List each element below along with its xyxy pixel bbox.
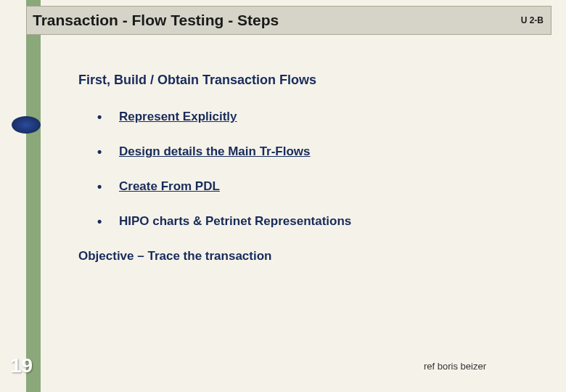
bullet-text: Represent Explicitly xyxy=(119,110,237,123)
bullet-text: Design details the Main Tr-Flows xyxy=(119,144,311,158)
bullet-text: Create From PDL xyxy=(119,179,220,193)
page-number: 19 xyxy=(10,354,33,377)
content-area: First, Build / Obtain Transaction Flows … xyxy=(78,73,514,264)
unit-tag: U 2-B xyxy=(521,15,544,25)
bullet-item: Design details the Main Tr-Flows xyxy=(97,144,514,159)
objective-text: Objective – Trace the transaction xyxy=(78,249,514,264)
bullet-text: HIPO charts & Petrinet Representations xyxy=(119,214,351,228)
section-subtitle: First, Build / Obtain Transaction Flows xyxy=(78,73,514,88)
bullet-item: Represent Explicitly xyxy=(97,110,514,124)
decorative-dot xyxy=(12,116,41,134)
bullet-list: Represent Explicitly Design details the … xyxy=(97,110,514,229)
bullet-item: HIPO charts & Petrinet Representations xyxy=(97,214,514,229)
bullet-item: Create From PDL xyxy=(97,179,514,194)
footer-reference: ref boris beizer xyxy=(424,361,486,372)
title-bar: Transaction - Flow Testing - Steps U 2-B xyxy=(26,6,551,35)
left-accent-stripe xyxy=(26,0,41,392)
slide-title: Transaction - Flow Testing - Steps xyxy=(33,12,279,29)
